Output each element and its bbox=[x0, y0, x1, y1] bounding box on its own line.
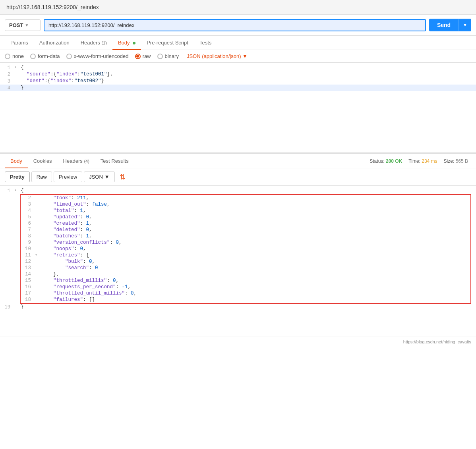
resp-line-19: 19 } bbox=[0, 304, 476, 310]
response-tabs-bar: Body Cookies Headers (4) Test Results St… bbox=[0, 154, 476, 168]
resp-line-13: 13 "search": 0 bbox=[21, 265, 470, 271]
resp-line-8: 8 "batches": 1, bbox=[21, 233, 470, 239]
footer: https://blog.csdn.net/hiding_cavaity bbox=[0, 337, 476, 347]
format-json-dropdown[interactable]: JSON ▼ bbox=[84, 172, 115, 182]
send-dropdown-icon[interactable]: ▼ bbox=[459, 19, 471, 31]
resp-line-15: 15 "throttled_millis": 0, bbox=[21, 277, 470, 284]
radio-none-icon bbox=[5, 54, 10, 59]
body-type-row: none form-data x-www-form-urlencoded raw… bbox=[0, 50, 476, 63]
req-line-3: 3 "dest":{"index":"test002"} bbox=[0, 78, 476, 85]
format-chevron-icon: ▼ bbox=[104, 174, 110, 180]
req-line-2: 2 "source":{"index":"test001"}, bbox=[0, 71, 476, 78]
tab-headers[interactable]: Headers (1) bbox=[75, 36, 112, 50]
req-line-4: 4 } bbox=[0, 85, 476, 91]
tab-params[interactable]: Params bbox=[5, 36, 34, 50]
method-select[interactable]: POST ▼ bbox=[5, 19, 41, 31]
format-pretty-btn[interactable]: Pretty bbox=[5, 172, 30, 182]
resp-line-7: 7 "deleted": 0, bbox=[21, 227, 470, 233]
url-input[interactable] bbox=[44, 19, 426, 31]
send-button[interactable]: Send ▼ bbox=[429, 19, 471, 31]
body-type-urlencoded[interactable]: x-www-form-urlencoded bbox=[66, 53, 129, 59]
response-status: Status: 200 OK Time: 234 ms Size: 565 B bbox=[370, 158, 471, 164]
resp-line-2: 2 "took": 211, bbox=[21, 195, 470, 201]
size-label: Size: 565 B bbox=[444, 158, 468, 164]
radio-urlencoded-icon bbox=[66, 54, 72, 59]
body-type-none[interactable]: none bbox=[5, 53, 24, 59]
resp-line-17: 17 "throttled_until_millis": 0, bbox=[21, 290, 470, 297]
resp-tab-body[interactable]: Body bbox=[5, 154, 28, 168]
body-type-binary[interactable]: binary bbox=[157, 53, 179, 59]
resp-line-6: 6 "created": 1, bbox=[21, 220, 470, 227]
resp-toggle-1[interactable]: ▾ bbox=[14, 188, 20, 193]
resp-line-5: 5 "updated": 0, bbox=[21, 214, 470, 220]
resp-line-4: 4 "total": 1, bbox=[21, 208, 470, 214]
tab-authorization[interactable]: Authorization bbox=[34, 36, 75, 50]
status-label: Status: 200 OK bbox=[370, 158, 402, 164]
resp-line-12: 12 "bulk": 0, bbox=[21, 258, 470, 265]
body-type-form-data[interactable]: form-data bbox=[30, 53, 60, 59]
resp-line-10: 10 "noops": 0, bbox=[21, 246, 470, 252]
format-row: Pretty Raw Preview JSON ▼ ⇅ bbox=[0, 168, 476, 186]
resp-line-16: 16 "requests_per_second": -1, bbox=[21, 284, 470, 290]
tab-body[interactable]: Body bbox=[112, 36, 141, 50]
tab-prerequest[interactable]: Pre-request Script bbox=[141, 36, 194, 50]
format-raw-btn[interactable]: Raw bbox=[31, 172, 52, 182]
wrap-icon[interactable]: ⇅ bbox=[120, 173, 126, 181]
format-preview-btn[interactable]: Preview bbox=[54, 172, 82, 182]
tab-tests[interactable]: Tests bbox=[194, 36, 217, 50]
request-tabs-bar: Params Authorization Headers (1) Body Pr… bbox=[0, 36, 476, 50]
resp-line-18: 18 "failures": [] bbox=[21, 297, 470, 303]
resp-line-1: 1 ▾ { bbox=[0, 187, 476, 194]
response-body-editor[interactable]: 1 ▾ { 2 "took": 211, 3 "timed_out": fals… bbox=[0, 186, 476, 337]
resp-tab-testresults[interactable]: Test Results bbox=[95, 154, 134, 168]
request-body-editor[interactable]: 1 ▾ { 2 "source":{"index":"test001"}, 3 … bbox=[0, 63, 476, 154]
method-chevron-icon: ▼ bbox=[25, 23, 29, 27]
resp-tab-cookies[interactable]: Cookies bbox=[28, 154, 58, 168]
resp-line-11: 11 ▾ "retries": { bbox=[21, 252, 470, 258]
radio-raw-icon bbox=[135, 54, 141, 59]
resp-line-14: 14 }, bbox=[21, 271, 470, 277]
body-dot-icon bbox=[133, 42, 135, 44]
resp-line-3: 3 "timed_out": false, bbox=[21, 201, 470, 208]
method-label: POST bbox=[9, 22, 23, 28]
time-label: Time: 234 ms bbox=[408, 158, 437, 164]
resp-toggle-11[interactable]: ▾ bbox=[35, 252, 41, 258]
request-row: POST ▼ Send ▼ bbox=[0, 15, 476, 36]
title-url: http://192.168.119.152:9200/_reindex bbox=[6, 4, 99, 10]
title-bar: http://192.168.119.152:9200/_reindex bbox=[0, 0, 476, 15]
red-highlight-box: 2 "took": 211, 3 "timed_out": false, 4 "… bbox=[20, 194, 471, 304]
json-format-dropdown[interactable]: JSON (application/json) ▼ bbox=[187, 53, 248, 59]
radio-formdata-icon bbox=[30, 54, 36, 59]
req-line-1: 1 ▾ { bbox=[0, 64, 476, 71]
send-label: Send bbox=[429, 19, 459, 31]
resp-tab-headers[interactable]: Headers (4) bbox=[58, 154, 95, 168]
resp-line-9: 9 "version_conflicts": 0, bbox=[21, 239, 470, 246]
radio-binary-icon bbox=[157, 54, 163, 59]
body-type-raw[interactable]: raw bbox=[135, 53, 151, 59]
